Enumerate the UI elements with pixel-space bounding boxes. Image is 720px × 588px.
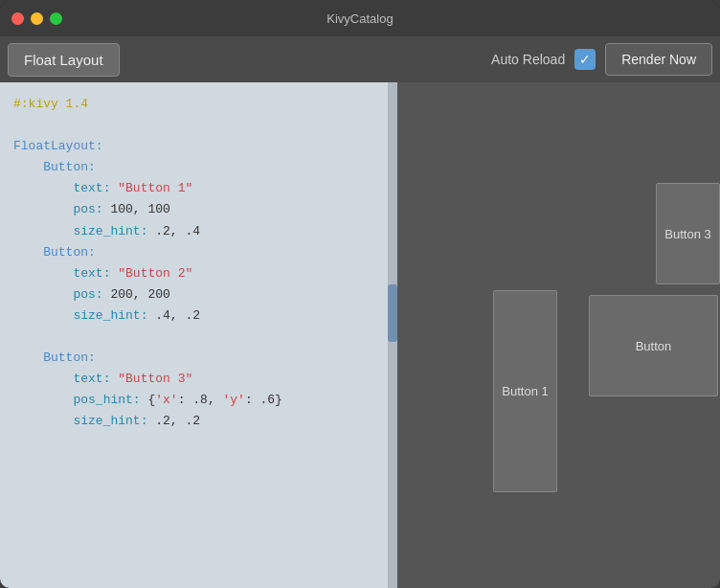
checkbox-icon[interactable]: ✓ <box>574 49 596 70</box>
preview-button-2-label: Button <box>636 339 672 353</box>
minimize-button[interactable] <box>31 12 43 25</box>
checkmark-icon: ✓ <box>579 52 591 67</box>
scrollbar[interactable] <box>388 82 397 588</box>
maximize-button[interactable] <box>50 12 62 25</box>
preview-button-1[interactable]: Button 1 <box>493 290 557 492</box>
render-now-button[interactable]: Render Now <box>605 43 712 76</box>
preview-button-3[interactable]: Button 3 <box>656 183 720 284</box>
code-floatlayout: FloatLayout: <box>13 139 103 153</box>
traffic-lights <box>11 12 62 25</box>
auto-reload-label: Auto Reload <box>491 52 565 67</box>
code-comment: #:kivy 1.4 <box>13 97 88 111</box>
close-button[interactable] <box>11 12 24 25</box>
preview-panel: Button 1 Button Button 3 <box>397 82 720 588</box>
preview-button-1-label: Button 1 <box>502 384 548 398</box>
auto-reload-checkbox[interactable]: ✓ <box>574 49 596 70</box>
preview-button-2[interactable]: Button <box>589 295 718 396</box>
toolbar: Float Layout Auto Reload ✓ Render Now <box>0 36 720 82</box>
main-area: #:kivy 1.4 FloatLayout: Button: text: "B… <box>0 82 720 588</box>
code-panel: #:kivy 1.4 FloatLayout: Button: text: "B… <box>0 82 397 588</box>
window: KivyCatalog Float Layout Auto Reload ✓ R… <box>0 0 720 588</box>
float-layout-button[interactable]: Float Layout <box>8 43 120 77</box>
scrollbar-thumb[interactable] <box>388 284 397 342</box>
window-title: KivyCatalog <box>326 11 393 26</box>
title-bar: KivyCatalog <box>0 0 720 36</box>
code-editor[interactable]: #:kivy 1.4 FloatLayout: Button: text: "B… <box>0 82 397 444</box>
preview-button-3-label: Button 3 <box>664 227 710 241</box>
